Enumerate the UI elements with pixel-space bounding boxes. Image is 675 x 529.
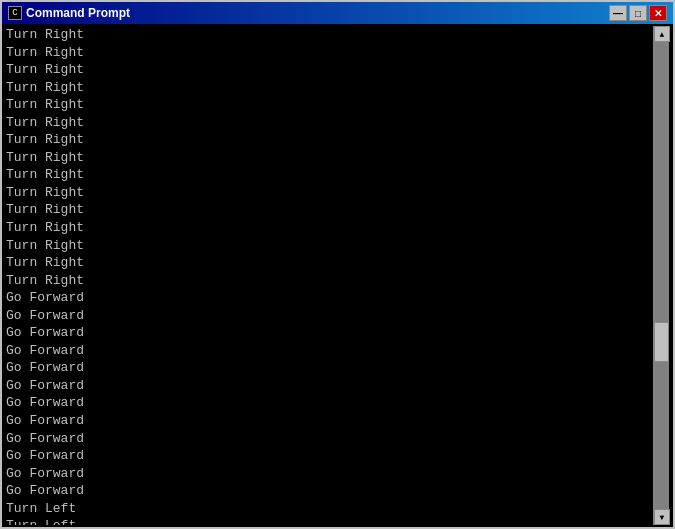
command-prompt-window: C Command Prompt — □ ✕ Turn Right Turn R… <box>0 0 675 529</box>
close-button[interactable]: ✕ <box>649 5 667 21</box>
scroll-thumb[interactable] <box>654 322 669 362</box>
scrollbar[interactable]: ▲ ▼ <box>653 26 669 525</box>
console-area: Turn Right Turn Right Turn Right Turn Ri… <box>2 24 673 527</box>
scroll-down-arrow[interactable]: ▼ <box>654 509 670 525</box>
title-bar: C Command Prompt — □ ✕ <box>2 2 673 24</box>
title-bar-left: C Command Prompt <box>8 6 130 20</box>
minimize-button[interactable]: — <box>609 5 627 21</box>
title-bar-buttons: — □ ✕ <box>609 5 667 21</box>
console-output: Turn Right Turn Right Turn Right Turn Ri… <box>6 26 653 525</box>
scroll-up-arrow[interactable]: ▲ <box>654 26 670 42</box>
scroll-track[interactable] <box>654 42 669 509</box>
window-title: Command Prompt <box>26 6 130 20</box>
app-icon: C <box>8 6 22 20</box>
maximize-button[interactable]: □ <box>629 5 647 21</box>
